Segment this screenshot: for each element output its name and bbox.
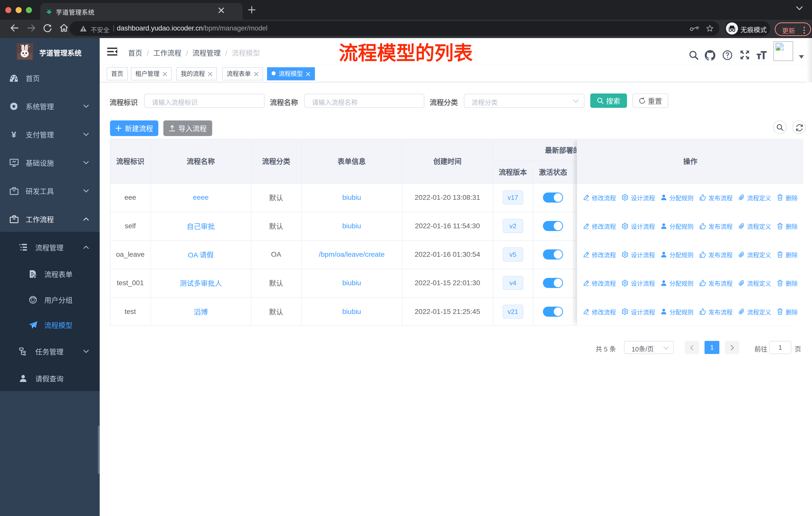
svg-text:¥: ¥ <box>11 130 17 139</box>
